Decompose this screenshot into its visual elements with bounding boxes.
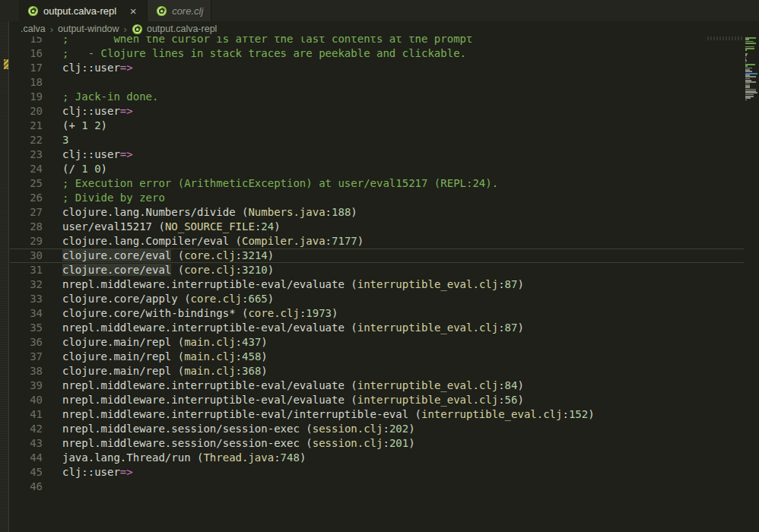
blank-line bbox=[62, 75, 744, 90]
minimap-row bbox=[745, 100, 747, 101]
token-file: core.clj bbox=[184, 249, 235, 261]
token-num: 1 bbox=[81, 119, 87, 131]
stack-trace-line[interactable]: clojure.core/eval (core.clj:3214) bbox=[62, 249, 744, 263]
token-fg: ) bbox=[351, 206, 357, 218]
token-num: 84 bbox=[505, 379, 518, 391]
stack-trace-line[interactable]: clojure.main/repl (main.clj:458) bbox=[62, 350, 744, 364]
prompt-line[interactable]: clj::user=> bbox=[62, 61, 744, 75]
comment-line: ; Execution error (ArithmeticException) … bbox=[62, 176, 744, 191]
tab-core-clj[interactable]: core.clj bbox=[148, 0, 211, 21]
token-fg: : bbox=[274, 451, 280, 464]
breadcrumb-item--calva[interactable]: .calva bbox=[21, 24, 46, 34]
token-fg: : bbox=[498, 278, 504, 290]
stack-trace-line[interactable]: clojure.core/apply (core.clj:665) bbox=[62, 292, 744, 306]
editor-line: 25; Execution error (ArithmeticException… bbox=[10, 176, 744, 191]
editor-line: 29clojure.lang.Compiler/eval (Compiler.j… bbox=[10, 234, 744, 249]
stack-trace-line[interactable]: clojure.main/repl (main.clj:437) bbox=[62, 335, 744, 350]
token-fg: : bbox=[383, 437, 389, 449]
token-file: interruptible_eval.clj bbox=[357, 394, 498, 406]
tab-output-calva-repl[interactable]: output.calva-repl× bbox=[19, 0, 148, 21]
token-fg: clojure.lang.Compiler/eval bbox=[62, 235, 229, 247]
stack-trace-line[interactable]: nrepl.middleware.interruptible-eval/eval… bbox=[62, 393, 744, 407]
line-number: 44 bbox=[10, 451, 62, 465]
line-number: 31 bbox=[10, 263, 62, 277]
token-file: interruptible_eval.clj bbox=[357, 278, 498, 290]
close-icon[interactable]: × bbox=[127, 5, 139, 17]
line-number: 40 bbox=[10, 393, 62, 407]
token-comment: ; Jack-in done. bbox=[62, 90, 158, 103]
stack-trace-line[interactable]: clojure.lang.Compiler/eval (Compiler.jav… bbox=[62, 234, 744, 249]
line-number: 21 bbox=[10, 119, 62, 133]
token-fg: ( bbox=[171, 264, 184, 276]
editor-line: 39nrepl.middleware.interruptible-eval/ev… bbox=[10, 378, 744, 393]
token-fg: clojure.lang.Numbers/divide bbox=[62, 206, 236, 218]
stack-trace-line[interactable]: nrepl.middleware.interruptible-eval/inte… bbox=[62, 407, 744, 422]
token-num: 202 bbox=[389, 423, 408, 435]
token-fg: : bbox=[326, 235, 332, 247]
breadcrumb-item-output-window[interactable]: output-window bbox=[58, 24, 119, 34]
calva-icon bbox=[156, 5, 167, 17]
code-line[interactable]: (+ 1 2) bbox=[62, 119, 744, 133]
token-comment: ; - Clojure lines in stack traces are pe… bbox=[62, 47, 466, 59]
prompt-line[interactable]: clj::user=> bbox=[62, 147, 744, 162]
stack-trace-line[interactable]: clojure.core/eval (core.clj:3210) bbox=[62, 263, 744, 277]
stack-trace-line[interactable]: user/eval15217 (NO_SOURCE_FILE:24) bbox=[62, 220, 744, 234]
stack-trace-line[interactable]: nrepl.middleware.interruptible-eval/eval… bbox=[62, 277, 744, 292]
prompt-line[interactable]: clj::user=> bbox=[62, 104, 744, 119]
token-fg: ) bbox=[101, 163, 107, 175]
calva-icon bbox=[27, 5, 39, 17]
breadcrumb-item-output-calva-repl[interactable]: output.calva-repl bbox=[132, 24, 217, 35]
left-editor-strip bbox=[0, 21, 9, 532]
editor-line: 21(+ 1 2) bbox=[10, 119, 744, 133]
token-fg: clj::user bbox=[62, 148, 120, 160]
editor-line: 35nrepl.middleware.interruptible-eval/ev… bbox=[10, 321, 744, 335]
tab-label: output.calva-repl bbox=[43, 5, 116, 17]
token-fg: clojure.core/apply bbox=[62, 293, 178, 305]
line-number: 17 bbox=[10, 61, 62, 75]
editor-line: 24(/ 1 0) bbox=[10, 162, 744, 176]
stack-trace-line[interactable]: nrepl.middleware.session/session-exec (s… bbox=[62, 422, 744, 436]
stack-trace-line[interactable]: clojure.main/repl (main.clj:368) bbox=[62, 364, 744, 378]
line-number: 38 bbox=[10, 364, 62, 378]
overview-ruler-decoration bbox=[707, 36, 743, 40]
stack-trace-line[interactable]: nrepl.middleware.session/session-exec (s… bbox=[62, 436, 744, 451]
token-num: 1 bbox=[81, 163, 87, 175]
token-fg: ) bbox=[332, 307, 338, 319]
stack-trace-line[interactable]: java.lang.Thread/run (Thread.java:748) bbox=[62, 451, 744, 465]
token-comment: ; Divide by zero bbox=[62, 192, 165, 204]
line-number: 34 bbox=[10, 306, 62, 321]
comment-line: ; - Clojure lines in stack traces are pe… bbox=[62, 46, 744, 61]
token-kw: => bbox=[120, 105, 133, 117]
stack-trace-line[interactable]: clojure.lang.Numbers/divide (Numbers.jav… bbox=[62, 205, 744, 220]
code-line[interactable]: (/ 1 0) bbox=[62, 162, 744, 176]
minimap-row bbox=[745, 49, 747, 51]
line-number: 36 bbox=[10, 335, 62, 350]
line-number: 37 bbox=[10, 350, 62, 364]
token-file: core.clj bbox=[191, 293, 242, 305]
prompt-line[interactable]: clj::user=> bbox=[62, 465, 744, 480]
token-kw: => bbox=[120, 466, 133, 478]
line-number: 28 bbox=[10, 220, 62, 234]
stack-trace-line[interactable]: nrepl.middleware.interruptible-eval/eval… bbox=[62, 321, 744, 335]
token-num: 748 bbox=[281, 451, 300, 464]
stack-trace-line[interactable]: nrepl.middleware.interruptible-eval/eval… bbox=[62, 378, 744, 393]
chevron-right-icon: › bbox=[123, 24, 128, 35]
token-fg: clj::user bbox=[62, 466, 120, 478]
token-kw: => bbox=[120, 148, 133, 160]
line-number: 29 bbox=[10, 234, 62, 249]
token-fg: nrepl.middleware.interruptible-eval/eval… bbox=[62, 379, 345, 391]
token-fg: clj::user bbox=[62, 62, 120, 74]
minimap[interactable] bbox=[744, 21, 759, 532]
token-fg: ) bbox=[268, 264, 274, 276]
token-file: main.clj bbox=[184, 336, 235, 348]
editor-content[interactable]: 15; when the cursor is after the last co… bbox=[10, 32, 744, 494]
token-fg: ) bbox=[261, 350, 267, 363]
line-number: 22 bbox=[10, 133, 62, 147]
token-num: 188 bbox=[332, 206, 351, 218]
stack-trace-line[interactable]: clojure.core/with-bindings* (core.clj:19… bbox=[62, 306, 744, 321]
line-number: 19 bbox=[10, 90, 62, 104]
editor-line: 45clj::user=> bbox=[10, 465, 744, 480]
token-fg: (+ bbox=[62, 119, 81, 131]
token-hl: clojure.core/eval bbox=[62, 264, 171, 276]
editor-line: 19; Jack-in done. bbox=[10, 90, 744, 104]
